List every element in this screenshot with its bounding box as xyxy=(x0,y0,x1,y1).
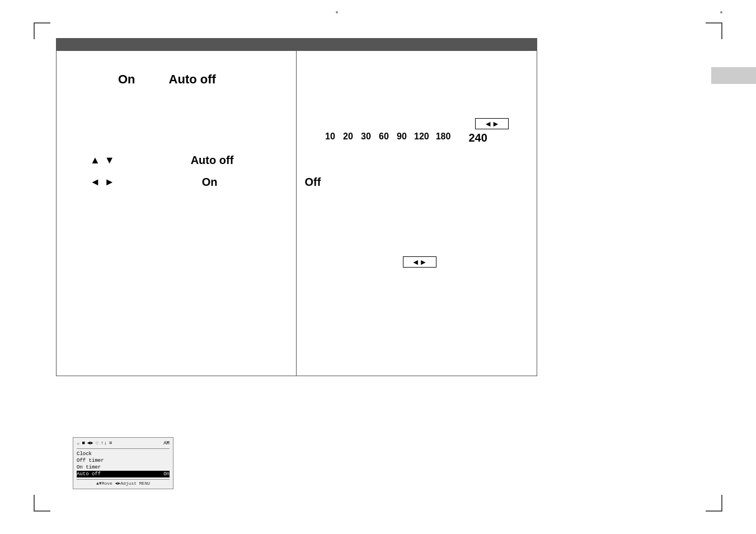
scale-arrows-2[interactable]: ◄► xyxy=(412,257,428,266)
right-panel-header xyxy=(297,39,537,51)
nav-label-on: On xyxy=(202,176,218,189)
osd-row-clock: Clock xyxy=(77,451,170,457)
nav-row-2: ◄ ► On Off xyxy=(90,176,279,189)
scale-section-1: ◄► 10 20 30 60 90 120 180 240 xyxy=(319,118,520,144)
left-panel-content: On Auto off ▲ ▼ Auto off ◄ ► xyxy=(57,51,296,376)
scale-arrows-1[interactable]: ◄► xyxy=(484,119,500,128)
osd-row-offtimer: Off timer xyxy=(77,457,170,464)
osd-autooff-label: Auto off xyxy=(77,471,101,477)
osd-screen: ☆ ■ ◄► ♡ ↑↓ ≡ AM Clock Off timer On time… xyxy=(73,437,173,489)
osd-container: ☆ ■ ◄► ♡ ↑↓ ≡ AM Clock Off timer On time… xyxy=(73,437,173,489)
osd-am-label: AM xyxy=(163,441,170,447)
arrow-up[interactable]: ▲ xyxy=(90,154,100,166)
scale-section-2: ◄► xyxy=(319,256,520,268)
label-autooff: Auto off xyxy=(169,72,216,87)
scale-num-30: 30 xyxy=(360,132,372,144)
nav-row-1: ▲ ▼ Auto off xyxy=(90,154,279,167)
scale-num-20: 20 xyxy=(342,132,354,144)
osd-icon-star: ☆ xyxy=(77,441,79,447)
scale-indicator-2: ◄► xyxy=(319,256,520,268)
osd-autooff-value: On xyxy=(163,471,170,477)
arrow-down[interactable]: ▼ xyxy=(105,154,115,166)
scale-num-120: 120 xyxy=(414,132,429,144)
osd-icon-arrows: ◄► xyxy=(87,441,93,447)
osd-icon-square: ■ xyxy=(82,441,84,447)
main-container: On Auto off ▲ ▼ Auto off ◄ ► xyxy=(56,38,548,376)
nav-section: ▲ ▼ Auto off ◄ ► On Off xyxy=(90,154,279,189)
label-on: On xyxy=(118,72,135,87)
arrow-left[interactable]: ◄ xyxy=(90,176,100,188)
left-panel-header xyxy=(57,39,296,51)
left-panel: On Auto off ▲ ▼ Auto off ◄ ► xyxy=(56,38,297,376)
arrow-left-right-pair: ◄ ► xyxy=(90,176,115,188)
corner-mark-bl xyxy=(34,495,50,512)
osd-row-ontimer: On timer xyxy=(77,464,170,471)
dot-decoration-tr xyxy=(720,11,722,13)
corner-mark-br xyxy=(706,495,722,512)
osd-icon-heart: ♡ xyxy=(96,441,98,447)
scale-box-1: ◄► xyxy=(475,118,509,129)
osd-clock-label: Clock xyxy=(77,451,92,457)
scale-num-180: 180 xyxy=(436,132,451,144)
scale-num-90: 90 xyxy=(396,132,407,144)
right-accent-block xyxy=(711,67,756,84)
on-off-pair: On Off xyxy=(124,176,321,189)
osd-icon-menu: ≡ xyxy=(109,441,112,447)
osd-offtimer-label: Off timer xyxy=(77,458,104,463)
osd-footer-text: ▲▼Move ◄►Adjust MENU xyxy=(96,481,150,486)
arrow-up-down-pair: ▲ ▼ xyxy=(90,154,115,166)
right-panel-content: ◄► 10 20 30 60 90 120 180 240 xyxy=(297,51,537,376)
osd-icon-updown: ↑↓ xyxy=(101,441,107,447)
osd-icons-row: ☆ ■ ◄► ♡ ↑↓ ≡ AM xyxy=(77,441,170,449)
nav-label-autooff: Auto off xyxy=(191,154,234,167)
arrow-right[interactable]: ► xyxy=(105,176,115,188)
top-labels: On Auto off xyxy=(118,72,279,87)
corner-mark-tr xyxy=(706,22,722,39)
corner-mark-tl xyxy=(34,22,50,39)
scale-box-2: ◄► xyxy=(403,256,436,268)
scale-indicator-1: ◄► xyxy=(319,118,520,129)
scale-numbers: 10 20 30 60 90 120 180 240 xyxy=(325,132,520,144)
scale-num-240: 240 xyxy=(468,132,487,144)
right-panel: ◄► 10 20 30 60 90 120 180 240 xyxy=(297,38,537,376)
scale-num-10: 10 xyxy=(325,132,336,144)
osd-row-autooff: Auto off On xyxy=(77,471,170,477)
osd-ontimer-label: On timer xyxy=(77,465,101,470)
scale-num-60: 60 xyxy=(378,132,389,144)
dot-decoration-tl xyxy=(336,11,338,13)
osd-footer: ▲▼Move ◄►Adjust MENU xyxy=(77,479,170,486)
